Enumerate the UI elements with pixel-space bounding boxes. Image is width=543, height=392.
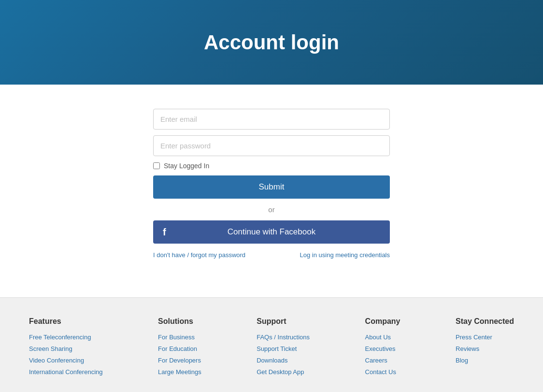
footer-features-heading: Features [29,317,103,326]
submit-button[interactable]: Submit [153,175,390,199]
meeting-credentials-link[interactable]: Log in using meeting credentials [300,251,390,259]
email-field[interactable] [153,109,390,130]
page-title: Account login [204,31,339,54]
footer-link-video-conferencing[interactable]: Video Conferencing [29,357,84,364]
footer-col-company: Company About Us Executives Careers Cont… [365,317,400,379]
footer-link-education[interactable]: For Education [158,345,197,352]
footer-solutions-list: For Business For Education For Developer… [158,333,201,376]
footer-features-list: Free Teleconferencing Screen Sharing Vid… [29,333,103,376]
footer-link-teleconferencing[interactable]: Free Teleconferencing [29,334,91,341]
footer-link-careers[interactable]: Careers [365,357,387,364]
footer-link-blog[interactable]: Blog [456,357,468,364]
footer-col-stay-connected: Stay Connected Press Center Reviews Blog [456,317,514,379]
footer-support-heading: Support [257,317,310,326]
footer-link-support-ticket[interactable]: Support Ticket [257,345,297,352]
footer-link-about[interactable]: About Us [365,334,391,341]
footer-company-list: About Us Executives Careers Contact Us [365,333,400,376]
footer: Features Free Teleconferencing Screen Sh… [0,297,543,392]
password-field[interactable] [153,135,390,156]
footer-link-faqs[interactable]: FAQs / Instructions [257,334,310,341]
footer-col-support: Support FAQs / Instructions Support Tick… [257,317,310,379]
page-header: Account login [0,0,543,85]
main-content: Stay Logged In Submit or f Continue with… [0,85,543,297]
footer-support-list: FAQs / Instructions Support Ticket Downl… [257,333,310,376]
footer-link-international[interactable]: International Conferencing [29,368,103,376]
footer-link-large-meetings[interactable]: Large Meetings [158,368,201,376]
stay-logged-in-row: Stay Logged In [153,162,390,170]
footer-link-executives[interactable]: Executives [365,345,396,352]
footer-link-business[interactable]: For Business [158,334,195,341]
footer-col-features: Features Free Teleconferencing Screen Sh… [29,317,103,379]
footer-solutions-heading: Solutions [158,317,201,326]
login-form: Stay Logged In Submit or f Continue with… [153,109,390,259]
footer-link-screen-sharing[interactable]: Screen Sharing [29,345,72,352]
facebook-button-label: Continue with Facebook [228,227,315,237]
bottom-links-row: I don't have / forgot my password Log in… [153,251,390,259]
facebook-button[interactable]: f Continue with Facebook [153,220,390,244]
footer-col-solutions: Solutions For Business For Education For… [158,317,201,379]
footer-stay-connected-heading: Stay Connected [456,317,514,326]
footer-company-heading: Company [365,317,400,326]
stay-logged-in-label: Stay Logged In [164,162,209,170]
footer-link-contact[interactable]: Contact Us [365,368,396,376]
footer-link-developers[interactable]: For Developers [158,357,201,364]
facebook-icon: f [163,227,166,238]
forgot-password-link[interactable]: I don't have / forgot my password [153,251,245,259]
or-divider: or [153,205,390,214]
footer-link-downloads[interactable]: Downloads [257,357,287,364]
footer-link-reviews[interactable]: Reviews [456,345,479,352]
footer-link-desktop-app[interactable]: Get Desktop App [257,368,304,376]
footer-link-press-center[interactable]: Press Center [456,334,492,341]
footer-stay-connected-list: Press Center Reviews Blog [456,333,514,364]
stay-logged-in-checkbox[interactable] [153,162,160,169]
footer-columns: Features Free Teleconferencing Screen Sh… [29,317,514,392]
